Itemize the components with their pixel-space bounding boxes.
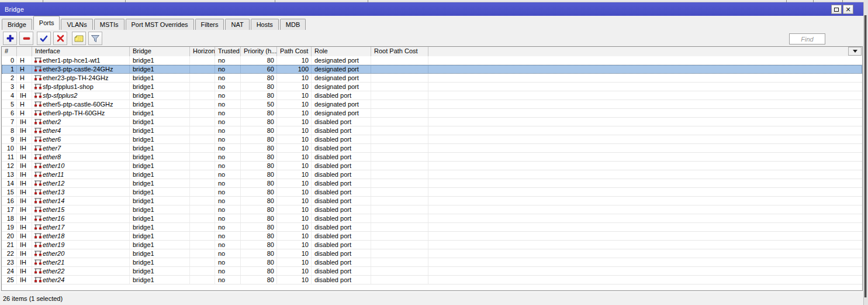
cell-flags: IH <box>17 179 32 187</box>
column-header-bridge[interactable]: Bridge <box>130 47 190 56</box>
table-row[interactable]: 18IH ether16bridge1no8010disabled port <box>2 214 862 223</box>
cell-interface: ether5-ptp-castle-60GHz <box>32 100 130 108</box>
table-row[interactable]: 14IH ether12bridge1no8010disabled port <box>2 179 862 188</box>
tab-ports[interactable]: Ports <box>33 16 60 30</box>
column-dropdown-button[interactable] <box>848 47 862 56</box>
cell-num: 11 <box>2 153 17 161</box>
table-row[interactable]: 7IH ether2bridge1no8010disabled port <box>2 118 862 126</box>
interface-name: ether16 <box>43 214 64 222</box>
table-row[interactable]: 17IH ether15bridge1no8010disabled port <box>2 205 862 214</box>
minus-icon <box>23 35 30 42</box>
cell-priority: 80 <box>241 83 277 91</box>
tab-vlans[interactable]: VLANs <box>61 19 92 30</box>
cell-trusted: no <box>215 153 241 161</box>
interface-name: ether21 <box>43 258 64 266</box>
enable-button[interactable] <box>37 32 51 45</box>
table-row[interactable]: 5H ether5-ptp-castle-60GHzbridge1no5010d… <box>2 100 862 109</box>
cell-interface: sfp-sfpplus2 <box>32 91 130 100</box>
interface-name: ether24 <box>43 276 64 284</box>
table-row[interactable]: 15IH ether13bridge1no8010disabled port <box>2 188 862 197</box>
table-row[interactable]: 2H ether23-ptp-TH-24GHzbridge1no8010desi… <box>2 74 862 83</box>
table-row[interactable]: 22IH ether20bridge1no8010disabled port <box>2 249 862 258</box>
cell-interface: ether3-ptp-castle-24GHz <box>32 65 130 73</box>
tab-mstis[interactable]: MSTIs <box>94 19 125 30</box>
table-row[interactable]: 1H ether3-ptp-castle-24GHzbridge1no60100… <box>2 65 862 74</box>
cell-trusted: no <box>215 65 241 73</box>
table-row[interactable]: 13IH ether11bridge1no8010disabled port <box>2 170 862 179</box>
column-header-path_cost[interactable]: Path Cost <box>277 47 312 56</box>
cell-path_cost: 10 <box>277 214 312 222</box>
disable-button[interactable] <box>53 32 67 45</box>
table-row[interactable]: 8IH ether4bridge1no8010disabled port <box>2 126 862 135</box>
column-header-flags[interactable] <box>17 47 32 56</box>
table-row[interactable]: 25IH ether24bridge1no8010disabled port <box>2 276 862 285</box>
table-row[interactable]: 6H ether9-ptp-TH-60GHzbridge1no8010desig… <box>2 109 862 118</box>
cell-num: 0 <box>2 56 17 64</box>
cell-path_cost: 10 <box>277 126 312 135</box>
column-header-horizon[interactable]: Horizon <box>190 47 215 56</box>
table-row[interactable]: 16IH ether14bridge1no8010disabled port <box>2 197 862 205</box>
filter-button[interactable] <box>88 32 102 45</box>
cell-role: disabled port <box>312 197 371 205</box>
table-row[interactable]: 9IH ether6bridge1no8010disabled port <box>2 135 862 144</box>
table-row[interactable]: 21IH ether19bridge1no8010disabled port <box>2 241 862 249</box>
table-row[interactable]: 10IH ether7bridge1no8010disabled port <box>2 144 862 153</box>
cell-interface: ether19 <box>32 241 130 249</box>
table-row[interactable]: 24IH ether22bridge1no8010disabled port <box>2 267 862 276</box>
cell-role: disabled port <box>312 258 371 266</box>
column-header-priority[interactable]: Priority (h... <box>241 47 277 56</box>
interface-name: ether12 <box>43 179 64 187</box>
table-row[interactable]: 12IH ether10bridge1no8010disabled port <box>2 162 862 170</box>
column-header-role[interactable]: Role <box>312 47 371 56</box>
interface-name: ether19 <box>43 241 64 249</box>
cell-root_path_cost <box>371 118 428 126</box>
title-bar[interactable]: Bridge ✕ <box>0 2 863 16</box>
cell-role: disabled port <box>312 153 371 161</box>
cell-interface: ether10 <box>32 162 130 170</box>
interface-icon <box>34 57 42 63</box>
tab-nat[interactable]: NAT <box>225 19 249 30</box>
close-button[interactable]: ✕ <box>843 5 853 14</box>
cell-role: disabled port <box>312 276 371 284</box>
table-row[interactable]: 19IH ether17bridge1no8010disabled port <box>2 223 862 232</box>
table-row[interactable]: 0H ether1-ptp-hce1-wt1bridge1no8010desig… <box>2 56 862 65</box>
cell-flags: IH <box>17 162 32 170</box>
tab-filters[interactable]: Filters <box>195 19 224 30</box>
column-header-interface[interactable]: Interface <box>32 47 130 56</box>
table-row[interactable]: 23IH ether21bridge1no8010disabled port <box>2 258 862 267</box>
comment-button[interactable] <box>72 32 86 45</box>
cell-flags: H <box>17 83 32 91</box>
cell-bridge: bridge1 <box>130 179 190 187</box>
maximize-button[interactable] <box>831 5 842 14</box>
cell-role: disabled port <box>312 179 371 187</box>
tab-port-mst-overrides[interactable]: Port MST Overrides <box>126 19 194 30</box>
column-header-num[interactable]: # <box>2 47 17 56</box>
table-row[interactable]: 20IH ether18bridge1no8010disabled port <box>2 232 862 241</box>
cell-num: 2 <box>2 74 17 82</box>
interface-name: ether2 <box>43 118 61 126</box>
cell-priority: 80 <box>241 109 277 117</box>
cell-priority: 80 <box>241 188 277 196</box>
table-row[interactable]: 11IH ether8bridge1no8010disabled port <box>2 153 862 162</box>
cell-trusted: no <box>215 276 241 284</box>
tab-mdb[interactable]: MDB <box>280 19 306 30</box>
interface-name: ether9-ptp-TH-60GHz <box>43 109 105 117</box>
tab-hosts[interactable]: Hosts <box>251 19 279 30</box>
table-row[interactable]: 3H sfp-sfpplus1-shopbridge1no8010designa… <box>2 83 862 91</box>
cell-root_path_cost <box>371 249 428 258</box>
remove-button[interactable] <box>19 32 33 45</box>
cell-interface: ether17 <box>32 223 130 231</box>
cell-root_path_cost <box>371 214 428 222</box>
find-input[interactable] <box>789 33 825 44</box>
column-header-root_path_cost[interactable]: Root Path Cost <box>371 47 428 56</box>
cell-trusted: no <box>215 223 241 231</box>
cell-trusted: no <box>215 83 241 91</box>
add-button[interactable] <box>3 32 17 45</box>
cell-role: disabled port <box>312 249 371 258</box>
cell-bridge: bridge1 <box>130 214 190 222</box>
tab-bridge[interactable]: Bridge <box>2 19 32 30</box>
column-header-trusted[interactable]: Trusted <box>215 47 241 56</box>
cell-flags: IH <box>17 170 32 179</box>
cell-path_cost: 10 <box>277 56 312 64</box>
table-row[interactable]: 4IH sfp-sfpplus2bridge1no8010disabled po… <box>2 91 862 100</box>
